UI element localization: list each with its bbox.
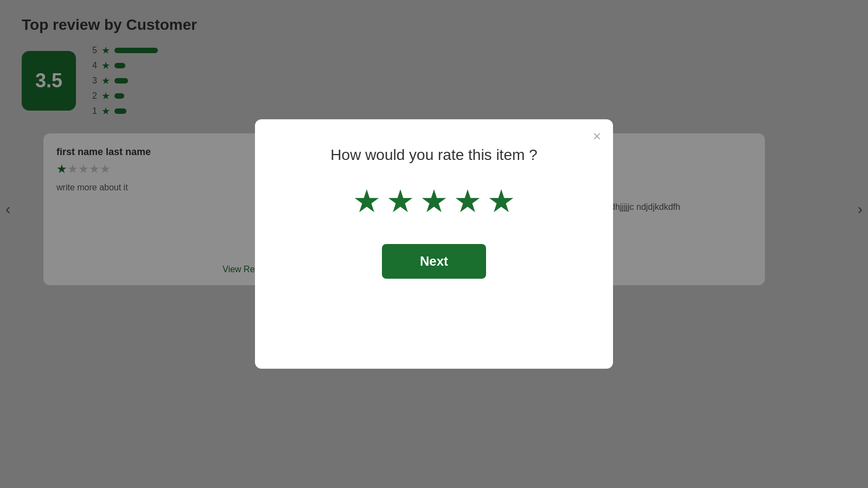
modal-star-icon[interactable]: ★ xyxy=(353,185,381,217)
rating-modal: × How would you rate this item ? ★★★★★ N… xyxy=(255,119,613,369)
modal-star-icon[interactable]: ★ xyxy=(386,185,414,217)
modal-next-button[interactable]: Next xyxy=(382,244,486,279)
modal-title: How would you rate this item ? xyxy=(330,146,537,164)
modal-star-icon[interactable]: ★ xyxy=(420,185,448,217)
modal-overlay[interactable]: × How would you rate this item ? ★★★★★ N… xyxy=(0,0,868,488)
modal-close-button[interactable]: × xyxy=(593,129,601,143)
modal-stars: ★★★★★ xyxy=(353,185,515,217)
modal-star-icon[interactable]: ★ xyxy=(487,185,515,217)
modal-star-icon[interactable]: ★ xyxy=(454,185,482,217)
